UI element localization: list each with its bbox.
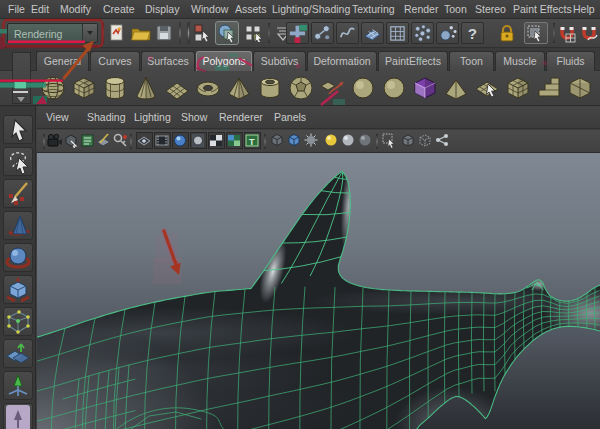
svg-text:T: T bbox=[249, 137, 255, 147]
svg-text:?: ? bbox=[468, 25, 477, 42]
